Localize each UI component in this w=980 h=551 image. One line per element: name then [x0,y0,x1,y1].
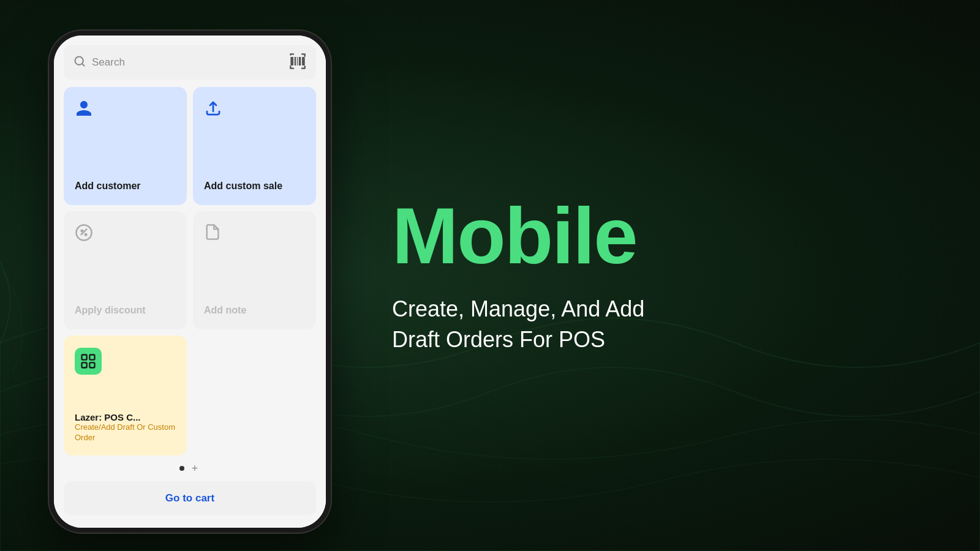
go-to-cart-button[interactable]: Go to cart [64,481,316,515]
add-page-button[interactable]: + [189,463,200,474]
discount-icon [75,223,176,246]
add-custom-sale-label: Add custom sale [204,180,305,193]
add-note-tile[interactable]: Add note [193,211,316,329]
app-icon [75,348,102,375]
svg-rect-2 [290,57,293,66]
share-up-icon [204,99,305,122]
svg-rect-3 [295,57,296,66]
svg-rect-4 [297,57,298,66]
phone-mockup: Search [49,31,331,533]
app-tile-name: Lazer: POS C... [75,412,176,422]
phone-frame: Search [49,31,331,533]
person-icon [75,99,176,122]
add-customer-tile[interactable]: Add customer [64,87,187,205]
svg-line-1 [82,64,85,66]
hero-subtitle-line1: Create, Manage, And Add [392,296,644,321]
svg-rect-14 [89,362,94,367]
add-customer-label: Add customer [75,180,176,193]
svg-rect-13 [82,362,87,367]
hero-subtitle: Create, Manage, And Add Draft Orders For… [392,294,710,356]
apply-discount-label: Apply discount [75,304,176,317]
svg-rect-5 [299,57,301,66]
svg-rect-12 [89,355,94,360]
add-custom-sale-tile[interactable]: Add custom sale [193,87,316,205]
tiles-grid: Add customer Add custom sale [64,87,316,455]
app-tile-desc: Create/Add Draft Or Custom Order [75,422,176,443]
search-placeholder: Search [92,56,125,69]
svg-rect-11 [82,355,87,360]
svg-rect-6 [302,57,305,66]
active-dot [179,466,184,471]
svg-point-9 [81,230,83,232]
app-tile[interactable]: Lazer: POS C... Create/Add Draft Or Cust… [64,335,187,455]
hero-title: Mobile [392,196,931,276]
search-bar[interactable]: Search [64,45,316,80]
add-note-label: Add note [204,304,305,317]
hero-content: Mobile Create, Manage, And Add Draft Ord… [331,196,980,356]
phone-screen: Search [54,36,326,528]
search-icon [74,55,86,70]
svg-point-10 [85,234,87,236]
apply-discount-tile[interactable]: Apply discount [64,211,187,329]
document-icon [204,223,305,245]
hero-subtitle-line2: Draft Orders For POS [392,327,605,352]
pagination: + [54,455,326,481]
barcode-icon[interactable] [289,53,306,72]
